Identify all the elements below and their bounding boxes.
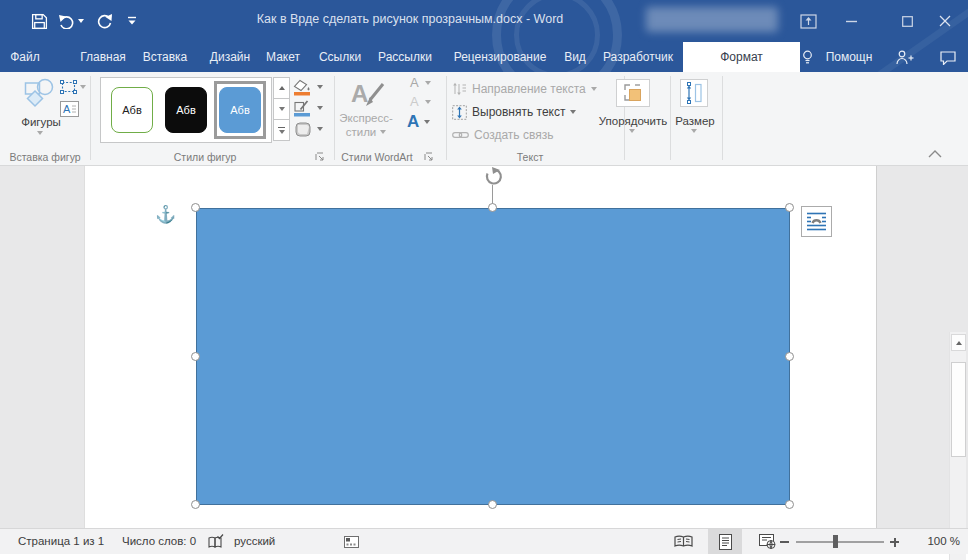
layout-options-button[interactable] — [801, 206, 832, 237]
sign-in-person-icon[interactable] — [896, 50, 914, 65]
tab-help[interactable]: Помощн — [816, 42, 882, 72]
resize-handle-s[interactable] — [488, 500, 497, 509]
macro-shortcuts-icon[interactable] — [344, 536, 359, 548]
status-bar: Страница 1 из 1 Число слов: 0 русский — [0, 528, 968, 554]
save-button[interactable] — [27, 9, 51, 33]
proofing-status-icon[interactable] — [208, 534, 224, 550]
collapse-ribbon-icon[interactable] — [928, 149, 942, 158]
ribbon-display-options-icon — [800, 14, 817, 29]
web-layout-button[interactable] — [750, 529, 784, 554]
titlebar: Как в Врде сделать рисунок прозрачным.do… — [0, 0, 968, 72]
zoom-out-button[interactable] — [780, 541, 789, 543]
tab-developer[interactable]: Разработчик — [596, 42, 680, 72]
text-fill-button[interactable]: А — [410, 75, 431, 90]
word-window: Как в Врде сделать рисунок прозрачным.do… — [0, 0, 968, 560]
ribbon-display-options-button[interactable] — [793, 8, 823, 34]
draw-text-box-button[interactable]: А — [60, 101, 79, 121]
zoom-level[interactable]: 100 % — [908, 529, 960, 554]
maximize-button[interactable] — [892, 8, 922, 34]
minimize-icon — [846, 20, 857, 23]
vertical-scrollbar[interactable] — [949, 332, 966, 560]
tab-view[interactable]: Вид — [560, 42, 590, 72]
edit-shape-dropdown-arrow[interactable] — [80, 85, 86, 89]
shape-effects-dropdown-arrow[interactable] — [317, 127, 323, 131]
shape-style-option-1[interactable]: Абв — [111, 87, 153, 133]
shape-effects-button[interactable] — [293, 119, 337, 139]
align-text-button[interactable]: Выровнять текст — [452, 102, 576, 122]
gallery-scroll-up-button[interactable] — [273, 77, 290, 99]
window-title: Как в Врде сделать рисунок прозрачным.do… — [80, 12, 740, 26]
shape-style-option-2[interactable]: Абв — [165, 87, 207, 133]
resize-handle-e[interactable] — [785, 352, 794, 361]
word-count[interactable]: Число слов: 0 — [122, 529, 196, 554]
wordart-styles-dialog-launcher-icon[interactable] — [424, 152, 434, 162]
arrange-button-label[interactable]: Упорядочить — [595, 115, 671, 127]
zoom-slider-track[interactable] — [796, 541, 884, 543]
resize-handle-n[interactable] — [488, 203, 497, 212]
tab-home[interactable]: Главная — [74, 42, 132, 72]
object-anchor-icon: ⚓ — [155, 206, 176, 223]
arrange-dropdown-arrow[interactable] — [629, 133, 635, 151]
resize-handle-w[interactable] — [191, 352, 200, 361]
text-direction-button[interactable]: Направление текста — [452, 79, 597, 99]
document-page[interactable]: ⚓ — [84, 166, 877, 528]
quick-styles-button-line2[interactable]: стили — [334, 126, 398, 138]
page-indicator[interactable]: Страница 1 из 1 — [18, 529, 104, 554]
minimize-button[interactable] — [836, 8, 866, 34]
shape-outline-dropdown-arrow[interactable] — [317, 106, 323, 110]
rotation-handle[interactable] — [483, 167, 504, 186]
gallery-scroll-down-button[interactable] — [273, 98, 290, 120]
edit-shape-icon — [60, 80, 77, 94]
selected-rectangle-shape[interactable] — [196, 208, 790, 505]
web-layout-icon — [759, 534, 776, 549]
gallery-more-button[interactable] — [273, 119, 290, 141]
tab-references[interactable]: Ссылки — [315, 42, 365, 72]
size-button[interactable] — [680, 79, 708, 107]
document-canvas: ⚓ — [0, 166, 968, 528]
shapes-gallery-icon[interactable] — [24, 78, 56, 108]
tab-mailings[interactable]: Рассылки — [373, 42, 437, 72]
zoom-slider-thumb[interactable] — [833, 535, 838, 548]
shape-fill-dropdown-arrow[interactable] — [317, 85, 323, 89]
shape-fill-button[interactable] — [293, 77, 337, 97]
arrange-button[interactable] — [616, 79, 650, 107]
size-button-label[interactable]: Размер — [667, 115, 723, 127]
resize-handle-sw[interactable] — [191, 500, 200, 509]
lightbulb-icon — [802, 50, 813, 65]
shape-style-option-3-selected[interactable]: Абв — [219, 87, 261, 133]
scroll-up-button[interactable] — [951, 334, 966, 351]
tab-file[interactable]: Файл — [6, 42, 44, 72]
quick-styles-icon[interactable]: А — [350, 78, 386, 108]
create-link-button[interactable]: Создать связь — [452, 125, 553, 145]
read-mode-button[interactable] — [666, 529, 700, 554]
shape-outline-button[interactable] — [293, 98, 337, 118]
tab-format[interactable]: Формат — [683, 42, 800, 72]
close-button[interactable] — [928, 8, 962, 34]
resize-handle-se[interactable] — [785, 500, 794, 509]
shape-styles-dialog-launcher-icon[interactable] — [315, 152, 325, 162]
group-label-wordart-styles: Стили WordArt — [330, 151, 424, 163]
edit-shape-button[interactable] — [60, 80, 86, 94]
quick-styles-button-line1[interactable]: Экспресс- — [334, 112, 398, 124]
shape-outline-icon — [293, 100, 313, 117]
tab-design[interactable]: Дизайн — [203, 42, 257, 72]
tab-review[interactable]: Рецензирование — [448, 42, 552, 72]
resize-handle-nw[interactable] — [191, 203, 200, 212]
language-indicator[interactable]: русский — [234, 529, 275, 554]
read-mode-icon — [674, 535, 693, 548]
text-outline-button[interactable]: А — [410, 94, 431, 109]
arrange-icon — [623, 83, 643, 103]
resize-handle-ne[interactable] — [785, 203, 794, 212]
tab-layout[interactable]: Макет — [261, 42, 305, 72]
feedback-comment-icon[interactable] — [940, 51, 956, 65]
scrollbar-thumb[interactable] — [951, 362, 966, 457]
shape-styles-gallery: Абв Абв Абв — [100, 77, 272, 143]
tab-insert[interactable]: Вставка — [138, 42, 192, 72]
shape-style-selected-frame: Абв — [214, 81, 266, 139]
size-dropdown-arrow[interactable] — [691, 133, 697, 151]
blurred-region — [646, 7, 778, 32]
text-effects-button[interactable]: А — [407, 112, 430, 132]
gallery-scroll-buttons — [273, 77, 290, 141]
print-layout-button[interactable] — [708, 529, 742, 554]
layout-options-icon — [806, 211, 827, 232]
